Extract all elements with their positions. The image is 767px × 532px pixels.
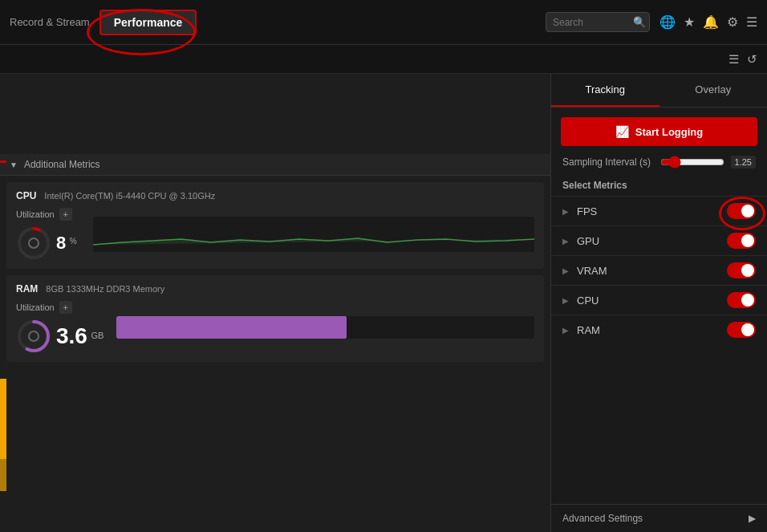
metric-row-vram: ▶ VRAM bbox=[551, 255, 767, 285]
ram-section: RAM 8GB 1333MHz DDR3 Memory Utilization … bbox=[6, 275, 544, 362]
cpu-body: Utilization + 8 % bbox=[16, 208, 534, 261]
ram-utilization-row: Utilization + bbox=[16, 301, 103, 314]
layout-icon[interactable]: ☰ bbox=[746, 14, 757, 30]
cpu-metric-chevron-icon: ▶ bbox=[562, 296, 569, 305]
metric-row-fps: ▶ FPS bbox=[551, 196, 767, 225]
ram-bar-fill bbox=[116, 316, 346, 339]
bell-icon[interactable]: 🔔 bbox=[703, 14, 719, 30]
performance-tab-wrapper: Performance bbox=[93, 15, 197, 30]
ram-bar bbox=[116, 316, 534, 339]
globe-icon[interactable]: 🌐 bbox=[659, 14, 676, 30]
ram-label: RAM bbox=[16, 283, 38, 294]
metric-row-ram: ▶ RAM bbox=[551, 315, 767, 344]
gpu-chevron-icon: ▶ bbox=[562, 237, 569, 246]
search-box[interactable]: 🔍 bbox=[546, 12, 650, 32]
ram-toggle[interactable] bbox=[727, 322, 756, 338]
advanced-settings-row[interactable]: Advanced Settings ▶ bbox=[551, 504, 767, 532]
advanced-settings-chevron-icon: ▶ bbox=[749, 513, 756, 524]
sampling-interval-row: Sampling Interval (s) 1.25 bbox=[551, 156, 767, 177]
cpu-unit: % bbox=[70, 237, 77, 246]
app-title: Record & Stream bbox=[10, 16, 90, 28]
ram-toggle-knob bbox=[741, 323, 754, 336]
gpu-toggle[interactable] bbox=[727, 233, 756, 249]
empty-chart-area bbox=[0, 74, 550, 154]
app-header: Record & Stream Performance 🔍 🌐 ★ 🔔 ⚙ ☰ bbox=[0, 0, 767, 45]
ram-util-col: Utilization + 3.6 GB bbox=[16, 301, 103, 354]
cpu-add-button[interactable]: + bbox=[59, 208, 72, 221]
accent-bar-yellow3 bbox=[0, 459, 6, 491]
sampling-interval-label: Sampling Interval (s) bbox=[562, 156, 654, 168]
cpu-gauge: 8 % bbox=[16, 225, 80, 261]
search-icon: 🔍 bbox=[633, 16, 646, 28]
refresh-icon[interactable]: ↺ bbox=[747, 52, 757, 67]
cpu-gauge-svg bbox=[16, 225, 51, 261]
panel-tabs: Tracking Overlay bbox=[551, 74, 767, 108]
fps-toggle[interactable] bbox=[727, 203, 756, 219]
toolbar: ☰ ↺ bbox=[0, 45, 767, 74]
cpu-header: CPU Intel(R) Core(TM) i5-4440 CPU @ 3.10… bbox=[16, 190, 534, 201]
fps-chevron-icon: ▶ bbox=[562, 207, 569, 216]
cpu-metric-label: CPU bbox=[577, 294, 727, 307]
ram-unit: GB bbox=[91, 331, 103, 340]
cpu-sparkline-svg bbox=[93, 217, 534, 252]
ram-header: RAM 8GB 1333MHz DDR3 Memory bbox=[16, 283, 534, 294]
svg-point-5 bbox=[29, 331, 39, 341]
cpu-info: Intel(R) Core(TM) i5-4440 CPU @ 3.10GHz bbox=[44, 191, 215, 201]
cpu-utilization-label: Utilization bbox=[16, 209, 55, 219]
ram-gauge-svg bbox=[16, 319, 51, 354]
accent-bar-red bbox=[0, 160, 6, 163]
ram-toggle-slider bbox=[727, 322, 756, 338]
ram-value-display: 3.6 GB bbox=[56, 323, 103, 349]
ram-gauge: 3.6 GB bbox=[16, 319, 103, 354]
chevron-down-icon: ▼ bbox=[10, 160, 18, 169]
cpu-utilization-row: Utilization + bbox=[16, 208, 80, 221]
sampling-interval-value: 1.25 bbox=[731, 156, 756, 169]
advanced-settings-label: Advanced Settings bbox=[562, 513, 643, 524]
accent-bar-yellow bbox=[0, 379, 6, 411]
left-panel: ▼ Additional Metrics CPU Intel(R) Core(T… bbox=[0, 74, 550, 532]
logging-icon: 📈 bbox=[615, 125, 629, 138]
cpu-sparkline bbox=[93, 217, 534, 252]
metric-row-cpu: ▶ CPU bbox=[551, 285, 767, 315]
vram-toggle[interactable] bbox=[727, 262, 756, 278]
vram-chevron-icon: ▶ bbox=[562, 266, 569, 275]
tab-tracking[interactable]: Tracking bbox=[551, 74, 659, 107]
gpu-toggle-slider bbox=[727, 233, 756, 249]
cpu-section: CPU Intel(R) Core(TM) i5-4440 CPU @ 3.10… bbox=[6, 182, 544, 269]
fps-label: FPS bbox=[577, 205, 727, 217]
cpu-value-display: 8 % bbox=[56, 233, 77, 254]
vram-toggle-slider bbox=[727, 262, 756, 278]
svg-point-2 bbox=[29, 238, 39, 248]
vram-toggle-knob bbox=[741, 264, 754, 277]
gear-icon[interactable]: ⚙ bbox=[727, 14, 738, 30]
fps-toggle-slider bbox=[727, 203, 756, 219]
additional-metrics-bar[interactable]: ▼ Additional Metrics bbox=[0, 154, 550, 176]
start-logging-label: Start Logging bbox=[635, 126, 704, 138]
ram-add-button[interactable]: + bbox=[59, 301, 72, 314]
ram-body: Utilization + 3.6 GB bbox=[16, 301, 534, 354]
gpu-label: GPU bbox=[577, 235, 727, 247]
list-icon[interactable]: ☰ bbox=[728, 52, 739, 67]
accent-bar-yellow2 bbox=[0, 411, 6, 459]
select-metrics-label: Select Metrics bbox=[551, 177, 767, 196]
ram-metric-chevron-icon: ▶ bbox=[562, 326, 569, 335]
sampling-interval-slider[interactable] bbox=[660, 156, 724, 169]
cpu-toggle-knob bbox=[741, 294, 754, 307]
star-icon[interactable]: ★ bbox=[684, 14, 695, 30]
cpu-toggle[interactable] bbox=[727, 292, 756, 308]
cpu-label: CPU bbox=[16, 190, 36, 201]
start-logging-button[interactable]: 📈 Start Logging bbox=[561, 117, 757, 146]
search-input[interactable] bbox=[553, 17, 633, 28]
right-panel: Tracking Overlay 📈 Start Logging Samplin… bbox=[550, 74, 767, 532]
ram-utilization-label: Utilization bbox=[16, 303, 55, 312]
cpu-util-col: Utilization + 8 % bbox=[16, 208, 80, 261]
fps-toggle-knob bbox=[741, 205, 754, 217]
ram-metric-label: RAM bbox=[577, 324, 727, 336]
gpu-toggle-knob bbox=[741, 234, 754, 247]
metric-row-gpu: ▶ GPU bbox=[551, 225, 767, 255]
performance-tab[interactable]: Performance bbox=[99, 10, 197, 35]
fps-toggle-wrapper bbox=[727, 203, 756, 219]
cpu-value: 8 bbox=[56, 233, 66, 253]
tab-overlay[interactable]: Overlay bbox=[659, 74, 768, 107]
cpu-toggle-slider bbox=[727, 292, 756, 308]
